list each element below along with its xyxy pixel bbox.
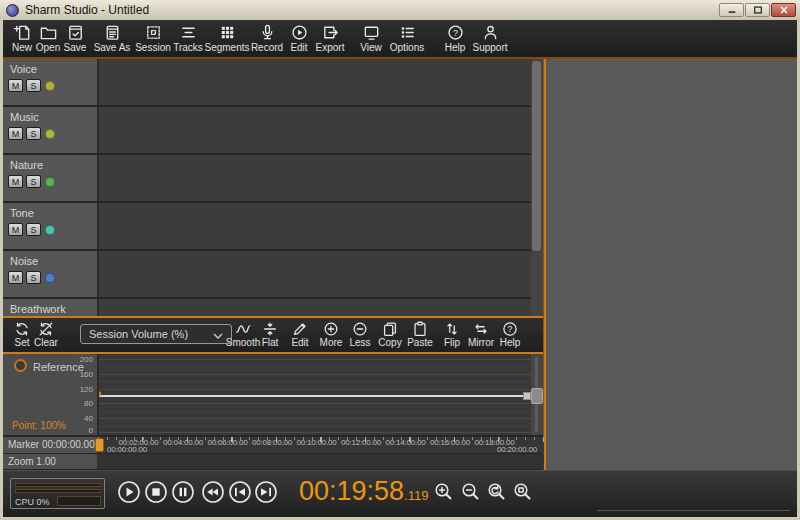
track-lane[interactable] — [99, 251, 544, 297]
track-color-dot[interactable] — [45, 225, 55, 235]
support-button[interactable]: Support — [470, 20, 510, 53]
track-name: Noise — [10, 255, 38, 267]
track-scrollbar-thumb[interactable] — [532, 61, 541, 251]
track-lane[interactable] — [99, 59, 544, 105]
toolbar-label: Record — [251, 42, 283, 53]
scale-tick: 0 — [65, 426, 93, 435]
minimize-button[interactable] — [719, 3, 744, 17]
stop-button[interactable] — [144, 480, 168, 504]
track-name: Music — [10, 111, 39, 123]
svg-text:?: ? — [508, 324, 513, 334]
rewind-button[interactable] — [201, 480, 225, 504]
button-label: Mirror — [468, 337, 494, 348]
pause-button[interactable] — [171, 480, 195, 504]
zoom-reset-button[interactable] — [486, 481, 508, 503]
envelope-selector-dropdown[interactable]: Session Volume (%) — [80, 324, 232, 344]
toolbar-group-view: View Options — [356, 20, 428, 53]
zoom-label: Zoom 1.00 — [8, 456, 56, 467]
button-label: Less — [349, 337, 370, 348]
timeline-marker-flag[interactable] — [95, 438, 104, 452]
flip-vertical-icon — [443, 320, 461, 338]
new-button[interactable]: New — [9, 20, 35, 53]
support-person-icon — [481, 23, 500, 42]
solo-button[interactable]: S — [26, 79, 41, 92]
cpu-meter-bar — [57, 496, 101, 506]
timeline-ruler[interactable]: 00:02:00.00 00:04:00.00 00:06:00.00 00:0… — [98, 437, 544, 453]
skip-end-icon — [254, 480, 278, 504]
zoom-in-button[interactable] — [433, 481, 455, 503]
solo-button[interactable]: S — [26, 127, 41, 140]
track-lane[interactable] — [99, 203, 544, 249]
track-color-dot[interactable] — [45, 129, 55, 139]
solo-button[interactable]: S — [26, 271, 41, 284]
track-lane[interactable] — [99, 299, 544, 316]
mute-button[interactable]: M — [8, 175, 23, 188]
slider-thumb[interactable] — [531, 388, 543, 404]
zoom-out-button[interactable] — [460, 481, 482, 503]
main-area: New Open Save Save As Session — [3, 20, 797, 517]
zoom-selection-button[interactable] — [512, 481, 534, 503]
stop-icon — [144, 480, 168, 504]
track-color-dot[interactable] — [45, 273, 55, 283]
title-bar[interactable]: Sharm Studio - Untitled — [0, 0, 800, 20]
mute-button[interactable]: M — [8, 223, 23, 236]
solo-button[interactable]: S — [26, 175, 41, 188]
track-row-voice: Voice M S — [3, 59, 544, 105]
save-as-icon — [103, 23, 122, 42]
solo-button[interactable]: S — [26, 223, 41, 236]
skip-end-button[interactable] — [254, 480, 278, 504]
mute-button[interactable]: M — [8, 79, 23, 92]
paste-button[interactable]: Paste — [405, 320, 435, 351]
envelope-vertical-slider[interactable] — [531, 354, 543, 435]
skip-start-icon — [228, 480, 252, 504]
copy-button[interactable]: Copy — [375, 320, 405, 351]
envelope-help-button[interactable]: ? Help — [495, 320, 525, 351]
flat-button[interactable]: Flat — [255, 320, 285, 351]
mute-button[interactable]: M — [8, 127, 23, 140]
tracks-button[interactable]: Tracks — [172, 20, 204, 53]
save-as-button[interactable]: Save As — [89, 20, 135, 53]
help-button[interactable]: ? Help — [440, 20, 470, 53]
toolbar-label: New — [12, 42, 32, 53]
zoom-row: Zoom 1.00 — [3, 454, 544, 469]
segments-button[interactable]: Segments — [204, 20, 250, 53]
save-button[interactable]: Save — [61, 20, 89, 53]
track-lane[interactable] — [99, 155, 544, 201]
less-button[interactable]: Less — [345, 320, 375, 351]
view-button[interactable]: View — [356, 20, 386, 53]
reference-radio[interactable] — [14, 359, 27, 372]
record-button[interactable]: Record — [248, 20, 286, 53]
track-name: Breathwork — [10, 303, 66, 315]
track-scrollbar[interactable] — [531, 59, 543, 316]
skip-start-button[interactable] — [228, 480, 252, 504]
gridline — [99, 374, 531, 375]
tracks-icon — [179, 23, 198, 42]
edit-envelope-button[interactable]: Edit — [285, 320, 315, 351]
mute-button[interactable]: M — [8, 271, 23, 284]
envelope-end-handle[interactable] — [523, 392, 531, 400]
copy-icon — [381, 320, 399, 338]
open-button[interactable]: Open — [35, 20, 61, 53]
rewind-icon — [201, 480, 225, 504]
play-button[interactable] — [117, 480, 141, 504]
track-header: Nature M S — [3, 155, 97, 201]
track-name: Tone — [10, 207, 34, 219]
point-value-label: Point: 100% — [12, 420, 66, 431]
track-lane[interactable] — [99, 107, 544, 153]
session-button[interactable]: Session — [134, 20, 172, 53]
scale-tick: 160 — [65, 370, 93, 379]
maximize-button[interactable] — [745, 3, 770, 17]
clear-button[interactable]: Clear — [29, 320, 63, 351]
envelope-graph[interactable] — [99, 354, 531, 435]
track-name: Voice — [10, 63, 37, 75]
export-button[interactable]: Export — [312, 20, 348, 53]
toolbar-label: Open — [36, 42, 60, 53]
options-button[interactable]: Options — [386, 20, 428, 53]
more-button[interactable]: More — [316, 320, 346, 351]
track-color-dot[interactable] — [45, 81, 55, 91]
scale-tick: 120 — [65, 385, 93, 394]
track-color-dot[interactable] — [45, 177, 55, 187]
close-button[interactable] — [771, 3, 796, 17]
edit-button[interactable]: Edit — [286, 20, 312, 53]
envelope-value-line[interactable] — [99, 395, 524, 397]
